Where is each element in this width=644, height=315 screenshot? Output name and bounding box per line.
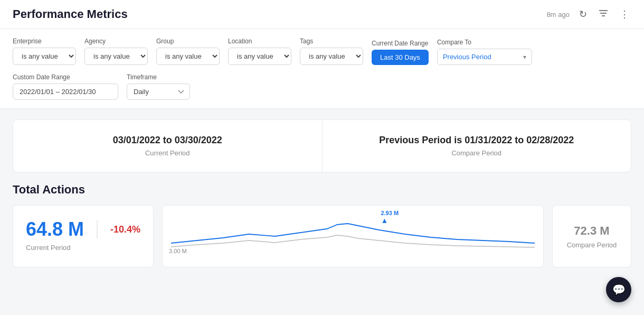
current-date-range-label: Current Date Range xyxy=(372,40,429,47)
top-bar: Performance Metrics 8m ago ↻ ⋮ xyxy=(0,0,644,29)
compare-period-metric-label: Compare Period xyxy=(565,241,618,249)
chat-icon: 💬 xyxy=(612,283,626,296)
current-period-value: 64.8 M xyxy=(26,218,84,240)
current-period-metric-label: Current Period xyxy=(26,244,140,252)
total-actions-title: Total Actions xyxy=(13,183,631,197)
current-period-date: 03/01/2022 to 03/30/2022 xyxy=(26,135,309,146)
page-title: Performance Metrics xyxy=(13,7,128,21)
tags-label: Tags xyxy=(300,38,363,45)
filters-section: Enterprise is any value Agency is any va… xyxy=(0,29,644,109)
location-label: Location xyxy=(228,38,291,45)
refresh-icon: ↻ xyxy=(579,8,587,20)
more-button[interactable]: ⋮ xyxy=(618,6,631,22)
enterprise-label: Enterprise xyxy=(13,38,76,45)
compare-to-dropdown[interactable]: Previous Period ▾ xyxy=(437,49,532,65)
top-bar-actions: 8m ago ↻ ⋮ xyxy=(547,6,631,22)
enterprise-select[interactable]: is any value xyxy=(13,48,76,65)
location-filter-group: Location is any value xyxy=(228,38,291,65)
group-filter-group: Group is any value xyxy=(156,38,220,65)
timeframe-group: Timeframe Daily Weekly Monthly xyxy=(127,73,190,100)
agency-filter-group: Agency is any value xyxy=(84,38,148,65)
timeframe-select[interactable]: Daily Weekly Monthly xyxy=(127,84,190,100)
compare-period-label: Compare Period xyxy=(335,149,619,157)
chart-annotation: 2.93 M ▲ xyxy=(381,210,399,251)
enterprise-filter-group: Enterprise is any value xyxy=(13,38,76,65)
chevron-down-icon: ▾ xyxy=(523,53,526,61)
custom-date-range-input[interactable] xyxy=(13,84,118,100)
chart-y-label: 3.00 M xyxy=(169,248,187,254)
current-period-label: Current Period xyxy=(26,149,309,157)
agency-select[interactable]: is any value xyxy=(84,48,148,65)
compare-period-card: Previous Period is 01/31/2022 to 02/28/2… xyxy=(323,120,631,172)
metric-divider xyxy=(97,220,98,238)
current-date-range-button[interactable]: Last 30 Days xyxy=(372,50,429,65)
current-date-range-group: Current Date Range Last 30 Days xyxy=(372,40,429,65)
location-select[interactable]: is any value xyxy=(228,48,291,65)
total-actions-section: Total Actions 64.8 M -10.4% Current Peri… xyxy=(13,183,631,267)
group-select[interactable]: is any value xyxy=(156,48,220,65)
chat-bubble-button[interactable]: 💬 xyxy=(606,277,631,302)
custom-date-range-label: Custom Date Range xyxy=(13,73,118,81)
compare-period-date: Previous Period is 01/31/2022 to 02/28/2… xyxy=(335,135,619,146)
tags-filter-group: Tags is any value xyxy=(300,38,363,65)
agency-label: Agency xyxy=(84,38,148,45)
period-cards: 03/01/2022 to 03/30/2022 Current Period … xyxy=(13,119,631,172)
metrics-row: 64.8 M -10.4% Current Period 3.00 M 2.93… xyxy=(13,205,631,267)
group-label: Group xyxy=(156,38,220,45)
filter-row-2: Custom Date Range Timeframe Daily Weekly… xyxy=(13,73,631,100)
custom-date-range-group: Custom Date Range xyxy=(13,73,118,100)
chart-area: 3.00 M 2.93 M ▲ xyxy=(162,205,544,267)
last-updated: 8m ago xyxy=(547,11,570,18)
filter-button[interactable] xyxy=(596,7,610,22)
chart-svg xyxy=(171,214,535,256)
compare-period-metric-card: 72.3 M Compare Period xyxy=(552,205,631,267)
filter-icon xyxy=(599,9,608,20)
timeframe-label: Timeframe xyxy=(127,73,190,81)
compare-to-label: Compare To xyxy=(437,39,532,46)
refresh-button[interactable]: ↻ xyxy=(577,6,589,22)
compare-to-value: Previous Period xyxy=(443,53,519,61)
current-period-card: 03/01/2022 to 03/30/2022 Current Period xyxy=(13,120,323,172)
metric-values-inline: 64.8 M -10.4% xyxy=(26,218,140,240)
current-period-metric-card: 64.8 M -10.4% Current Period xyxy=(13,205,154,267)
more-icon: ⋮ xyxy=(620,8,629,20)
tags-select[interactable]: is any value xyxy=(300,48,363,65)
filter-row-1: Enterprise is any value Agency is any va… xyxy=(13,38,631,65)
compare-period-value: 72.3 M xyxy=(565,224,618,238)
metric-change-value: -10.4% xyxy=(110,224,140,235)
compare-to-group: Compare To Previous Period ▾ xyxy=(437,39,532,65)
